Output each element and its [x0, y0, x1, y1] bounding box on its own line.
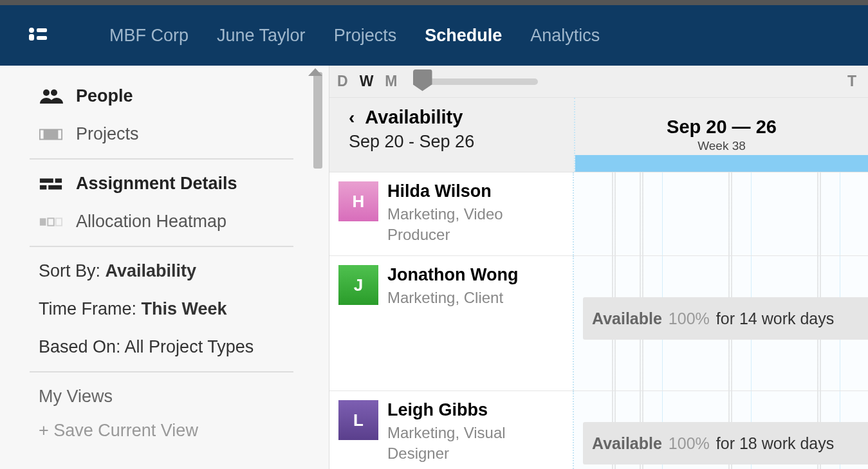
- svg-rect-13: [48, 218, 54, 225]
- sidebar: People Projects Assignment Details A: [0, 66, 309, 446]
- availability-pill-pct: 100%: [669, 434, 710, 453]
- time-frame-value: This Week: [142, 299, 227, 318]
- svg-rect-14: [56, 218, 62, 225]
- sidebar-scrollbar[interactable]: [313, 72, 322, 169]
- main-content: People Projects Assignment Details A: [0, 66, 868, 469]
- availability-pill-label: Available: [592, 434, 662, 453]
- sidebar-divider-2: [30, 246, 293, 247]
- schedule-panel: D W M T Aug 16 Aug 23 Aug 30 ‹ Availabil…: [329, 66, 868, 469]
- main-header: MBF Corp June Taylor Projects Schedule A…: [0, 5, 868, 66]
- svg-rect-8: [40, 178, 53, 183]
- sidebar-container: People Projects Assignment Details A: [0, 66, 329, 469]
- availability-header-right: Sep 20 — 26 Week 38: [574, 98, 868, 172]
- sidebar-item-allocation-heatmap[interactable]: Allocation Heatmap: [39, 203, 293, 241]
- person-info: L Leigh Gibbs Marketing, Visual Designer: [329, 391, 574, 469]
- svg-point-0: [29, 28, 34, 33]
- zoom-slider-knob[interactable]: [413, 69, 432, 91]
- scroll-up-icon[interactable]: [308, 68, 322, 76]
- based-on-value: All Project Types: [125, 337, 254, 356]
- svg-rect-3: [37, 36, 47, 40]
- zoom-slider[interactable]: [416, 78, 538, 85]
- sidebar-item-assignment-details[interactable]: Assignment Details: [39, 165, 293, 203]
- availability-header-left: ‹ Availability Sep 20 - Sep 26: [329, 98, 574, 172]
- person-row[interactable]: H Hilda Wilson Marketing, Video Producer: [329, 172, 868, 256]
- projects-icon: [39, 127, 64, 142]
- week-number: Week 38: [697, 139, 746, 153]
- based-on-label: Based On:: [39, 337, 121, 356]
- availability-header: ‹ Availability Sep 20 - Sep 26 Sep 20 — …: [329, 98, 868, 172]
- svg-point-4: [43, 89, 50, 96]
- assignment-details-icon: [39, 176, 64, 192]
- avatar[interactable]: J: [338, 265, 378, 305]
- person-row[interactable]: L Leigh Gibbs Marketing, Visual Designer…: [329, 391, 868, 469]
- svg-rect-2: [37, 28, 47, 32]
- availability-pill-text: for 14 work days: [716, 309, 834, 328]
- time-frame-row[interactable]: Time Frame: This Week: [39, 290, 293, 328]
- sort-by-row[interactable]: Sort By: Availability: [39, 252, 293, 290]
- avatar[interactable]: L: [338, 400, 378, 440]
- svg-rect-7: [44, 129, 59, 139]
- availability-pill[interactable]: Available 100% for 18 work days: [583, 422, 868, 464]
- time-frame-label: Time Frame:: [39, 299, 136, 318]
- person-name: Jonathon Wong: [387, 265, 518, 285]
- zoom-day[interactable]: D: [337, 73, 348, 90]
- back-icon[interactable]: ‹: [349, 107, 355, 128]
- person-info: J Jonathon Wong Marketing, Client: [329, 256, 574, 391]
- svg-rect-9: [55, 178, 62, 183]
- person-role: Marketing, Video Producer: [387, 204, 555, 246]
- person-name: Leigh Gibbs: [387, 400, 555, 420]
- svg-rect-1: [29, 34, 34, 41]
- sidebar-label-projects: Projects: [76, 124, 139, 144]
- person-timeline[interactable]: Available 100% for 14 work days: [574, 256, 868, 391]
- sidebar-item-people[interactable]: People: [39, 77, 293, 115]
- avatar[interactable]: H: [338, 181, 378, 221]
- svg-point-5: [51, 89, 57, 96]
- person-name: Hilda Wilson: [387, 181, 555, 201]
- nav-projects[interactable]: Projects: [334, 26, 397, 46]
- people-icon: [39, 88, 64, 105]
- nav-org[interactable]: MBF Corp: [109, 26, 189, 46]
- person-role: Marketing, Client: [387, 288, 518, 308]
- sidebar-label-assignment-details: Assignment Details: [76, 174, 237, 194]
- zoom-week[interactable]: W: [360, 73, 374, 90]
- availability-pill-label: Available: [592, 309, 662, 328]
- nav-analytics[interactable]: Analytics: [530, 26, 600, 46]
- zoom-today[interactable]: T: [847, 73, 856, 90]
- svg-rect-12: [40, 218, 46, 225]
- based-on-row[interactable]: Based On: All Project Types: [39, 328, 293, 366]
- sidebar-label-allocation-heatmap: Allocation Heatmap: [76, 212, 226, 232]
- allocation-heatmap-icon: [39, 214, 64, 230]
- sidebar-divider-1: [30, 158, 293, 160]
- availability-pill-text: for 18 work days: [716, 434, 834, 453]
- save-current-view[interactable]: + Save Current View: [39, 416, 293, 446]
- person-row[interactable]: J Jonathon Wong Marketing, Client Availa…: [329, 256, 868, 391]
- my-views-heading[interactable]: My Views: [39, 378, 293, 416]
- sort-by-label: Sort By:: [39, 261, 100, 280]
- sidebar-label-people: People: [76, 86, 133, 106]
- person-info: H Hilda Wilson Marketing, Video Producer: [329, 172, 574, 255]
- availability-date-range: Sep 20 - Sep 26: [349, 132, 574, 152]
- availability-pill[interactable]: Available 100% for 14 work days: [583, 297, 868, 340]
- availability-title: Availability: [365, 107, 463, 128]
- selection-bar[interactable]: [575, 155, 868, 172]
- person-role: Marketing, Visual Designer: [387, 423, 555, 464]
- app-logo-icon[interactable]: [26, 24, 49, 47]
- sort-by-value: Availability: [106, 261, 197, 280]
- window-top-strip: [0, 0, 868, 5]
- people-list: H Hilda Wilson Marketing, Video Producer…: [329, 172, 868, 469]
- nav-user[interactable]: June Taylor: [217, 26, 306, 46]
- availability-pill-pct: 100%: [669, 309, 710, 328]
- person-timeline[interactable]: Available 100% for 18 work days: [574, 391, 868, 469]
- person-timeline[interactable]: [574, 172, 868, 255]
- svg-rect-10: [40, 185, 46, 189]
- sidebar-divider-3: [30, 371, 293, 372]
- nav-schedule[interactable]: Schedule: [425, 26, 502, 46]
- svg-rect-11: [48, 185, 62, 189]
- sidebar-item-projects[interactable]: Projects: [39, 115, 293, 153]
- zoom-month[interactable]: M: [385, 73, 397, 90]
- week-title: Sep 20 — 26: [667, 116, 777, 138]
- timeline-zoom-row: D W M T Aug 16 Aug 23 Aug 30: [329, 66, 868, 98]
